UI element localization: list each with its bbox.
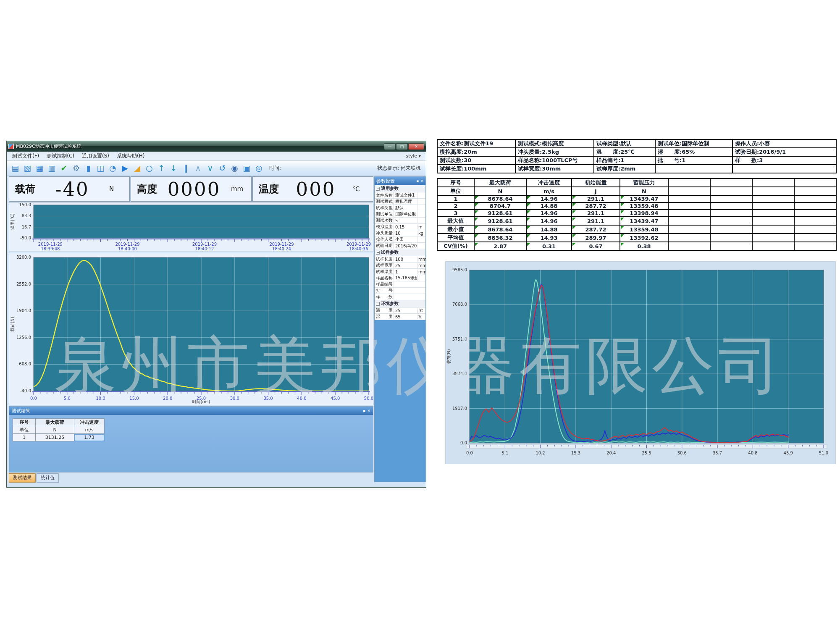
param-unit: mm <box>417 263 425 268</box>
param-row: 试样厚度1mm <box>375 269 425 275</box>
results-cell[interactable]: 单位 <box>13 426 36 434</box>
maximize-button[interactable]: □ <box>396 143 408 150</box>
results-cell[interactable]: m/s <box>74 426 105 434</box>
settings-gear-icon[interactable]: ⚙ <box>70 163 82 174</box>
data-cell: 289.97 <box>572 234 620 242</box>
chevron-down-icon[interactable]: ∨ <box>204 163 216 174</box>
data-cell <box>710 225 752 234</box>
display-grid-icon[interactable]: ◫ <box>94 163 107 174</box>
start-test-icon[interactable]: ▶ <box>119 163 131 174</box>
data-cell <box>752 217 794 225</box>
info-cell: 试验日期:2016/9/1 <box>732 148 836 156</box>
param-label: 试验日期 <box>375 243 394 249</box>
close-button[interactable]: ✕ <box>408 143 424 150</box>
menu-item-3[interactable]: 系统帮助(H) <box>113 152 148 159</box>
param-value[interactable]: 国际单位制 <box>394 211 417 217</box>
close-icon[interactable]: ✕ <box>367 409 370 413</box>
style-selector[interactable]: style ▾ <box>406 153 424 159</box>
param-value[interactable]: 65 <box>394 315 417 319</box>
param-value[interactable]: 0.15 <box>394 225 417 229</box>
pin-icon[interactable]: ▪ <box>416 179 419 183</box>
data-cell <box>794 187 836 195</box>
results-cell[interactable]: 1 <box>13 434 36 441</box>
menu-item-2[interactable]: 通用设置(S) <box>78 152 113 159</box>
measurement-unit: mm <box>231 185 251 193</box>
undo-icon[interactable]: ↺ <box>216 163 228 174</box>
close-icon[interactable]: ✕ <box>420 179 424 183</box>
connect-check-icon[interactable]: ✔ <box>58 163 70 174</box>
param-value[interactable]: 测试文件1 <box>394 192 417 198</box>
menu-item-1[interactable]: 测试控制(C) <box>43 152 78 159</box>
data-cell: 13392.62 <box>620 234 668 242</box>
param-value[interactable]: 小田 <box>394 236 417 242</box>
svg-text:30.0: 30.0 <box>230 396 239 401</box>
menu-item-0[interactable]: 测试文件(F) <box>8 152 43 159</box>
param-section-1[interactable]: −试样参数 <box>375 249 425 256</box>
param-unit: mm <box>417 270 425 274</box>
tab-1[interactable]: 统计值 <box>37 473 59 483</box>
open-file-icon[interactable]: ▧ <box>21 163 34 174</box>
param-label: 批 号 <box>375 288 394 294</box>
arrow-up-icon[interactable]: ↑ <box>155 163 168 174</box>
data-cell: 287.72 <box>572 225 620 234</box>
data-cell: 8836.32 <box>474 234 526 242</box>
param-value[interactable]: 15-185螺丝刀 <box>394 275 417 281</box>
collapse-icon[interactable]: − <box>376 187 380 191</box>
test-data-table: 序号最大载荷冲击速度初始能量蓄能压力单位Nm/sJN18678.6414.962… <box>437 178 837 251</box>
new-file-icon[interactable]: ▤ <box>9 163 21 174</box>
param-row: 文件名称测试文件1 <box>375 192 425 199</box>
param-section-2[interactable]: −环境参数 <box>375 300 425 307</box>
svg-text:9585.0: 9585.0 <box>452 268 467 272</box>
param-label: 样品编号 <box>375 281 394 287</box>
param-unit: % <box>417 315 425 319</box>
collapse-icon[interactable]: − <box>376 251 380 255</box>
param-value[interactable]: 10 <box>394 231 417 236</box>
minimize-button[interactable]: — <box>384 143 396 150</box>
results-cell[interactable]: 1.73 <box>74 434 105 441</box>
param-value[interactable]: 模拟温度 <box>394 199 417 205</box>
results-cell[interactable]: 3131.25 <box>36 434 74 441</box>
param-value[interactable]: 100 <box>394 257 417 262</box>
collapse-icon[interactable]: − <box>376 302 380 306</box>
save-icon[interactable]: ▦ <box>34 163 46 174</box>
data-cell: 14.88 <box>526 202 572 210</box>
data-cell: CV值(%) <box>437 242 474 250</box>
param-value[interactable]: 2016/4/20 <box>394 244 417 248</box>
param-section-0[interactable]: −通用参数 <box>375 185 425 192</box>
power-icon[interactable]: ◎ <box>253 163 265 174</box>
param-value[interactable]: 1 <box>394 270 417 274</box>
svg-text:温度(℃): 温度(℃) <box>10 213 15 230</box>
clean-brush-icon[interactable]: ◢ <box>131 163 143 174</box>
param-value[interactable]: 25 <box>394 263 417 268</box>
measurement-label: 高度 <box>137 182 157 196</box>
param-value[interactable]: 5 <box>394 218 417 223</box>
tab-0[interactable]: 测试结果 <box>9 473 36 483</box>
param-value[interactable]: 默认 <box>394 205 417 211</box>
info-cell: 试样宽度:30mm <box>515 165 594 173</box>
data-cell: 8704.7 <box>474 202 526 210</box>
close-file-icon[interactable]: ▥ <box>46 163 58 174</box>
data-cell: 0.31 <box>526 242 572 250</box>
calibrate-icon[interactable]: ▣ <box>241 163 253 174</box>
results-cell[interactable]: N <box>36 426 74 434</box>
data-cell: 13359.48 <box>620 202 668 210</box>
svg-text:30.6: 30.6 <box>677 451 687 455</box>
chevron-up-icon[interactable]: ∧ <box>192 163 204 174</box>
gauge-icon[interactable]: ◔ <box>107 163 119 174</box>
param-label: 试样类型 <box>375 205 394 211</box>
param-label: 试样厚度 <box>375 269 394 275</box>
lock-icon[interactable]: ◉ <box>228 163 241 174</box>
data-cell: 9128.61 <box>474 217 526 225</box>
svg-text:18:39:48: 18:39:48 <box>41 247 60 251</box>
info-cell: 样品名称:1000TLCP号 <box>515 156 594 165</box>
data-cell: 2 <box>437 202 474 210</box>
pause-icon[interactable]: ‖ <box>180 163 192 174</box>
stop-circle-icon[interactable]: ○ <box>143 163 155 174</box>
param-value[interactable]: 25 <box>394 308 417 313</box>
arrow-down-icon[interactable]: ↓ <box>168 163 180 174</box>
battery-icon[interactable]: ▮ <box>82 163 94 174</box>
svg-text:1904.0: 1904.0 <box>16 308 31 313</box>
param-row: 测试次数5 <box>375 218 425 224</box>
pin-icon[interactable]: ▪ <box>363 409 365 413</box>
results-col-header: 冲击速度 <box>74 419 105 426</box>
